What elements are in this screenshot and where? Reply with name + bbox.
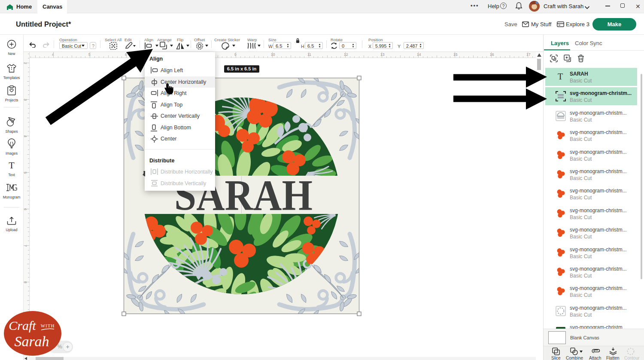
svg-text:Sarah: Sarah [14, 333, 49, 349]
svg-text:Craft: Craft [9, 318, 36, 333]
svg-text:WITH: WITH [41, 323, 55, 328]
